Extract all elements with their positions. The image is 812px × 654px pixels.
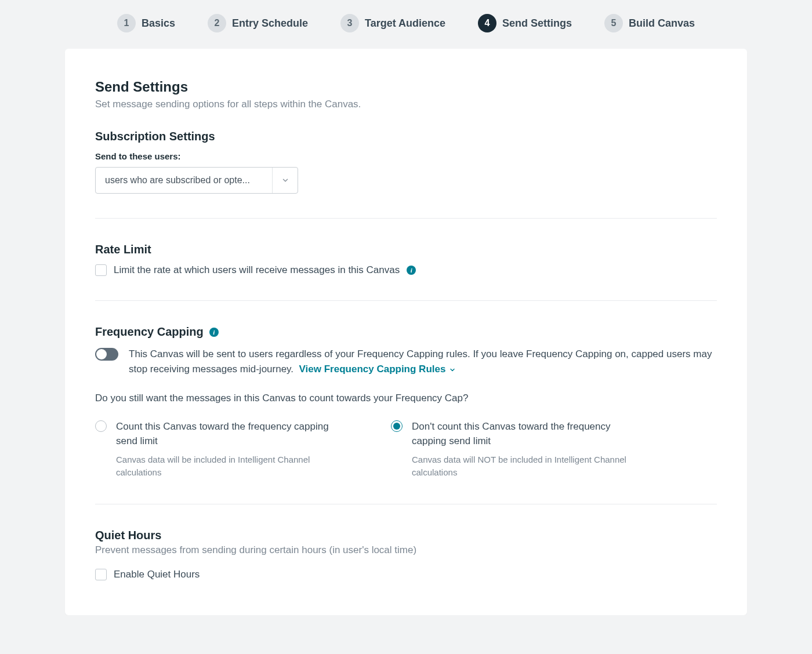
step-label: Send Settings [502, 17, 572, 30]
step-number: 4 [478, 14, 496, 32]
radio-dont-count[interactable] [391, 420, 403, 432]
rate-limit-heading: Rate Limit [95, 243, 717, 256]
step-number: 1 [117, 14, 136, 32]
quiet-hours-subtitle: Prevent messages from sending during cer… [95, 544, 717, 556]
rate-limit-checkbox-label: Limit the rate at which users will recei… [114, 264, 400, 276]
subscription-heading: Subscription Settings [95, 130, 717, 143]
quiet-hours-checkbox[interactable] [95, 569, 107, 580]
radio-help: Canvas data will NOT be included in Inte… [412, 453, 635, 479]
frequency-heading-text: Frequency Capping [95, 325, 204, 339]
step-basics[interactable]: 1 Basics [117, 14, 175, 32]
chevron-down-icon [449, 366, 456, 373]
step-label: Build Canvas [629, 17, 695, 30]
step-number: 3 [340, 14, 359, 32]
step-entry-schedule[interactable]: 2 Entry Schedule [208, 14, 308, 32]
radio-count[interactable] [95, 420, 107, 432]
frequency-description: This Canvas will be sent to users regard… [129, 347, 717, 377]
link-text: View Frequency Capping Rules [299, 362, 446, 377]
step-send-settings[interactable]: 4 Send Settings [478, 14, 572, 32]
quiet-hours-heading: Quiet Hours [95, 529, 717, 542]
step-number: 2 [208, 14, 226, 32]
step-label: Target Audience [365, 17, 445, 30]
view-frequency-rules-link[interactable]: View Frequency Capping Rules [299, 362, 456, 377]
stepper: 1 Basics 2 Entry Schedule 3 Target Audie… [0, 0, 812, 49]
quiet-hours-checkbox-label: Enable Quiet Hours [114, 569, 200, 580]
subscription-select[interactable]: users who are subscribed or opte... [95, 167, 298, 194]
subscription-field-label: Send to these users: [95, 151, 717, 161]
divider [95, 300, 717, 301]
divider [95, 218, 717, 219]
page-title: Send Settings [95, 79, 717, 95]
frequency-toggle[interactable] [95, 348, 118, 361]
frequency-radio-group: Count this Canvas toward the frequency c… [95, 419, 717, 479]
page-subtitle: Set message sending options for all step… [95, 99, 717, 110]
chevron-down-icon [272, 168, 298, 193]
radio-help: Canvas data will be included in Intellig… [116, 453, 339, 479]
toggle-knob [96, 349, 107, 359]
rate-limit-checkbox[interactable] [95, 264, 107, 276]
frequency-question: Do you still want the messages in this C… [95, 393, 717, 404]
info-icon[interactable]: i [209, 328, 219, 337]
divider [95, 504, 717, 504]
frequency-heading: Frequency Capping i [95, 325, 717, 339]
step-number: 5 [604, 14, 623, 32]
radio-option-count[interactable]: Count this Canvas toward the frequency c… [95, 419, 339, 479]
radio-option-dont-count[interactable]: Don't count this Canvas toward the frequ… [391, 419, 635, 479]
step-target-audience[interactable]: 3 Target Audience [340, 14, 445, 32]
subscription-select-value: users who are subscribed or opte... [96, 175, 272, 186]
step-build-canvas[interactable]: 5 Build Canvas [604, 14, 695, 32]
step-label: Entry Schedule [232, 17, 308, 30]
radio-label: Count this Canvas toward the frequency c… [116, 419, 339, 449]
settings-card: Send Settings Set message sending option… [65, 49, 747, 615]
radio-label: Don't count this Canvas toward the frequ… [412, 419, 635, 449]
info-icon[interactable]: i [407, 266, 416, 275]
step-label: Basics [142, 17, 175, 30]
